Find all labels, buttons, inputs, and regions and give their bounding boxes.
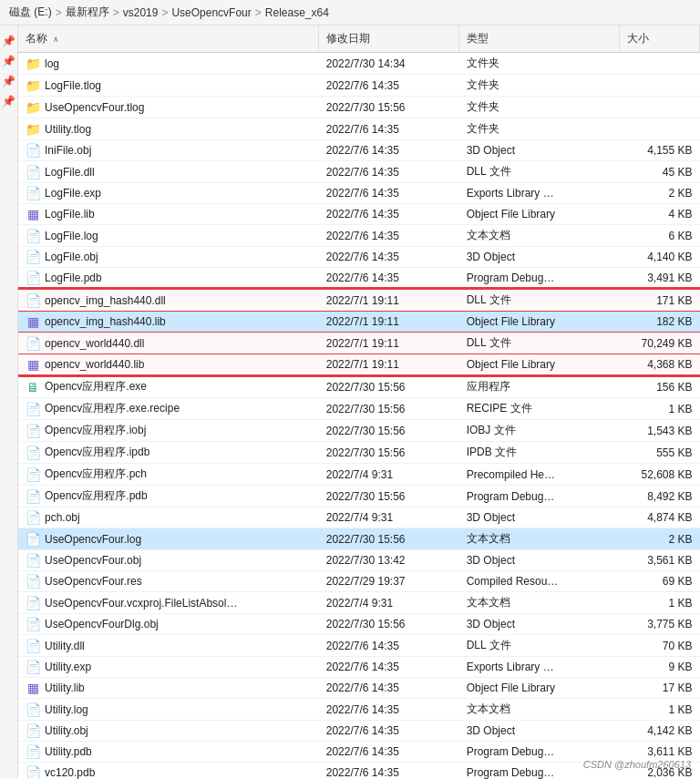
- file-date: 2022/7/6 14:35: [319, 183, 459, 204]
- file-date: 2022/7/6 14:35: [319, 140, 459, 161]
- file-size: 4,874 KB: [620, 507, 700, 528]
- file-date: 2022/7/1 19:11: [319, 354, 459, 376]
- file-size: 45 KB: [620, 161, 700, 183]
- file-list[interactable]: 名称 ∧ 修改日期 类型 大小: [18, 26, 700, 779]
- file-name: IniFile.obj: [45, 144, 91, 157]
- col-header-name[interactable]: 名称 ∧: [18, 26, 319, 53]
- file-type: 文件夹: [459, 118, 620, 140]
- table-row[interactable]: 📄Opencv应用程序.pdb2022/7/30 15:56Program De…: [18, 486, 700, 507]
- breadcrumb-sep3: >: [161, 6, 168, 19]
- file-icon: 📄: [26, 143, 40, 158]
- breadcrumb-folder3[interactable]: UseOpencvFour: [171, 6, 251, 19]
- file-date: 2022/7/6 14:35: [319, 247, 459, 268]
- table-row[interactable]: 📄Utility.obj2022/7/6 14:353D Object4,142…: [18, 721, 700, 742]
- table-row[interactable]: 🖥Opencv应用程序.exe2022/7/30 15:56应用程序156 KB: [18, 375, 700, 398]
- file-name-cell: 📄IniFile.obj: [18, 140, 319, 161]
- table-row[interactable]: 📄Opencv应用程序.pch2022/7/4 9:31Precompiled …: [18, 464, 700, 486]
- table-row[interactable]: ▦Utility.lib2022/7/6 14:35Object File Li…: [18, 678, 700, 699]
- table-row[interactable]: 📄Utility.exp2022/7/6 14:35Exports Librar…: [18, 657, 700, 678]
- file-name: opencv_img_hash440.dll: [45, 294, 166, 307]
- table-row[interactable]: 📄Utility.log2022/7/6 14:35文本文档1 KB: [18, 699, 700, 721]
- breadcrumb: 磁盘 (E:) > 最新程序 > vs2019 > UseOpencvFour …: [0, 0, 700, 26]
- file-name-cell: 📄UseOpencvFourDlg.obj: [18, 614, 319, 635]
- file-name: Opencv应用程序.exe.recipe: [45, 401, 180, 416]
- table-row[interactable]: 📄opencv_world440.dll2022/7/1 19:11DLL 文件…: [18, 333, 700, 354]
- table-row[interactable]: 📄UseOpencvFour.obj2022/7/30 13:423D Obje…: [18, 550, 700, 571]
- file-name: LogFile.pdb: [45, 272, 102, 284]
- file-icon: 📄: [26, 424, 40, 438]
- file-date: 2022/7/30 15:56: [319, 375, 459, 398]
- file-tbody: 📁log2022/7/30 14:34文件夹📁LogFile.tlog2022/…: [18, 53, 700, 780]
- table-row[interactable]: 📄opencv_img_hash440.dll2022/7/1 19:11DLL…: [18, 289, 700, 312]
- file-name: Opencv应用程序.ipdb: [45, 445, 149, 460]
- file-name: Utility.exp: [45, 661, 91, 673]
- file-name: opencv_img_hash440.lib: [45, 315, 166, 328]
- file-name-cell: 📄Opencv应用程序.exe.recipe: [18, 398, 319, 420]
- file-name: UseOpencvFour.res: [45, 575, 142, 588]
- file-name-cell: 📄Utility.log: [18, 699, 319, 721]
- table-row[interactable]: 📄LogFile.log2022/7/6 14:35文本文档6 KB: [18, 225, 700, 247]
- table-row[interactable]: 📄LogFile.dll2022/7/6 14:35DLL 文件45 KB: [18, 161, 700, 183]
- table-row[interactable]: 📄UseOpencvFour.log2022/7/30 15:56文本文档2 K…: [18, 528, 700, 550]
- file-name-cell: 📄LogFile.pdb: [18, 268, 319, 290]
- file-name-cell: 📄Utility.dll: [18, 635, 319, 657]
- table-row[interactable]: 📁UseOpencvFour.tlog2022/7/30 15:56文件夹: [18, 97, 700, 118]
- file-table: 名称 ∧ 修改日期 类型 大小: [18, 26, 700, 779]
- file-date: 2022/7/1 19:11: [319, 333, 459, 354]
- file-date: 2022/7/30 15:56: [319, 97, 459, 118]
- table-row[interactable]: 📄UseOpencvFour.res2022/7/29 19:37Compile…: [18, 571, 700, 592]
- col-header-size[interactable]: 大小: [620, 26, 700, 53]
- file-icon: 📄: [26, 446, 40, 460]
- main-content: 📌 📌 📌 📌 名称 ∧ 修改日期: [0, 26, 700, 779]
- breadcrumb-folder2[interactable]: vs2019: [123, 6, 159, 19]
- table-row[interactable]: ▦LogFile.lib2022/7/6 14:35Object File Li…: [18, 204, 700, 225]
- file-date: 2022/7/4 9:31: [319, 592, 459, 614]
- pin-icon-4: 📌: [2, 95, 15, 108]
- col-header-date[interactable]: 修改日期: [319, 26, 459, 53]
- file-date: 2022/7/30 15:56: [319, 442, 459, 464]
- table-row[interactable]: 📄Utility.dll2022/7/6 14:35DLL 文件70 KB: [18, 635, 700, 657]
- file-date: 2022/7/30 15:56: [319, 486, 459, 507]
- file-date: 2022/7/29 19:37: [319, 571, 459, 592]
- table-row[interactable]: 📄Opencv应用程序.iobj2022/7/30 15:56IOBJ 文件1,…: [18, 420, 700, 442]
- file-type: 文本文档: [459, 592, 620, 614]
- file-size: 4,140 KB: [620, 247, 700, 268]
- file-name: opencv_world440.dll: [45, 337, 144, 350]
- file-name: log: [45, 57, 59, 70]
- file-name: Utility.lib: [45, 682, 85, 694]
- file-date: 2022/7/30 13:42: [319, 550, 459, 571]
- table-row[interactable]: ▦opencv_img_hash440.lib2022/7/1 19:11Obj…: [18, 312, 700, 333]
- table-row[interactable]: 📄Opencv应用程序.ipdb2022/7/30 15:56IPDB 文件55…: [18, 442, 700, 464]
- breadcrumb-folder1[interactable]: 最新程序: [66, 5, 109, 20]
- file-icon: 📄: [26, 617, 40, 631]
- file-size: 4,142 KB: [620, 721, 700, 742]
- table-row[interactable]: 📁Utility.tlog2022/7/6 14:35文件夹: [18, 118, 700, 140]
- file-name-cell: 📄Opencv应用程序.pch: [18, 464, 319, 486]
- pin-icon-1: 📌: [2, 35, 15, 47]
- table-row[interactable]: 📄UseOpencvFour.vcxproj.FileListAbsol…202…: [18, 592, 700, 614]
- file-type: Program Debug…: [459, 268, 620, 290]
- file-icon: 📄: [26, 574, 40, 589]
- file-icon: 📄: [26, 510, 40, 525]
- breadcrumb-drive[interactable]: 磁盘 (E:): [9, 5, 52, 20]
- table-row[interactable]: 📁LogFile.tlog2022/7/6 14:35文件夹: [18, 75, 700, 97]
- table-row[interactable]: ▦opencv_world440.lib2022/7/1 19:11Object…: [18, 354, 700, 376]
- file-name: Utility.obj: [45, 724, 88, 737]
- table-row[interactable]: 📁log2022/7/30 14:34文件夹: [18, 53, 700, 75]
- file-name-cell: 🖥Opencv应用程序.exe: [18, 375, 319, 398]
- file-type: DLL 文件: [459, 289, 620, 312]
- table-row[interactable]: 📄LogFile.pdb2022/7/6 14:35Program Debug……: [18, 268, 700, 290]
- file-type: 文件夹: [459, 75, 620, 97]
- table-row[interactable]: 📄UseOpencvFourDlg.obj2022/7/30 15:563D O…: [18, 614, 700, 635]
- file-date: 2022/7/4 9:31: [319, 507, 459, 528]
- file-name: Utility.log: [45, 703, 88, 716]
- table-row[interactable]: 📄LogFile.exp2022/7/6 14:35Exports Librar…: [18, 183, 700, 204]
- file-date: 2022/7/6 14:35: [319, 635, 459, 657]
- table-row[interactable]: 📄IniFile.obj2022/7/6 14:353D Object4,155…: [18, 140, 700, 161]
- col-header-type[interactable]: 类型: [459, 26, 620, 53]
- table-row[interactable]: 📄LogFile.obj2022/7/6 14:353D Object4,140…: [18, 247, 700, 268]
- file-name-cell: 📄LogFile.dll: [18, 161, 319, 183]
- file-icon: 📄: [26, 660, 40, 674]
- table-row[interactable]: 📄Opencv应用程序.exe.recipe2022/7/30 15:56REC…: [18, 398, 700, 420]
- table-row[interactable]: 📄pch.obj2022/7/4 9:313D Object4,874 KB: [18, 507, 700, 528]
